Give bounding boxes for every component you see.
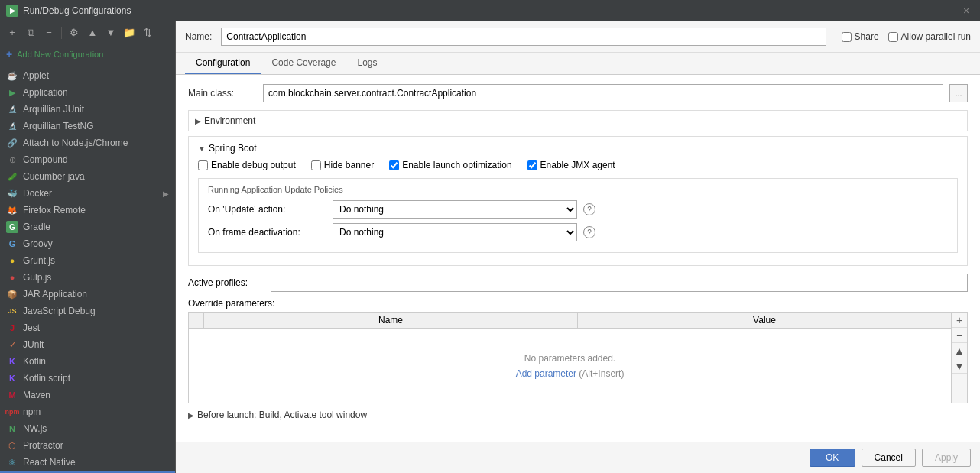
config-item-kotlin-script[interactable]: K Kotlin script (0, 370, 175, 387)
tab-logs[interactable]: Logs (346, 53, 388, 74)
table-side-buttons: + − ▲ ▼ (951, 313, 967, 403)
config-label-attach-nodejs: Attach to Node.js/Chrome (23, 138, 169, 148)
config-item-docker[interactable]: 🐳 Docker ▶ (0, 185, 175, 202)
enable-debug-checkbox[interactable] (198, 160, 208, 170)
footer: OK Cancel Apply (176, 442, 980, 473)
config-item-arquillian-testng[interactable]: 🔬 Arquillian TestNG (0, 118, 175, 134)
hide-banner-label[interactable]: Hide banner (311, 160, 374, 170)
tabs: Configuration Code Coverage Logs (176, 53, 980, 75)
main-class-input[interactable] (263, 84, 943, 102)
environment-section[interactable]: ▶ Environment (188, 110, 968, 131)
config-item-gulp[interactable]: ● Gulp.js (0, 269, 175, 286)
env-toggle-icon: ▶ (195, 117, 201, 125)
table-move-up-button[interactable]: ▲ (952, 343, 967, 358)
enable-debug-label[interactable]: Enable debug output (198, 160, 296, 170)
config-item-nwjs[interactable]: N NW.js (0, 420, 175, 437)
allow-parallel-checkbox-label[interactable]: Allow parallel run (888, 31, 971, 42)
table-add-button[interactable]: + (952, 313, 967, 328)
sort-button[interactable]: ⇅ (140, 25, 155, 40)
right-panel: Name: Share Allow parallel run Configura… (176, 21, 980, 473)
config-item-applet[interactable]: ☕ Applet (0, 67, 175, 84)
enable-launch-opt-checkbox[interactable] (389, 160, 399, 170)
on-frame-select[interactable]: Do nothing Update classes and resources … (333, 223, 577, 241)
main-class-label: Main class: (188, 88, 257, 99)
copy-button[interactable]: ⧉ (23, 25, 38, 40)
config-item-npm[interactable]: npm npm (0, 403, 175, 420)
config-item-groovy[interactable]: G Groovy (0, 235, 175, 252)
apply-button[interactable]: Apply (922, 449, 971, 467)
on-update-select[interactable]: Do nothing Update classes and resources … (333, 200, 577, 219)
config-item-jar[interactable]: 📦 JAR Application (0, 286, 175, 303)
config-item-attach-nodejs[interactable]: 🔗 Attach to Node.js/Chrome (0, 134, 175, 151)
grunt-icon: ● (6, 254, 18, 267)
table-check-col (189, 313, 204, 328)
js-debug-icon: JS (6, 305, 18, 317)
right-header: Name: Share Allow parallel run (176, 21, 980, 53)
attach-nodejs-icon: 🔗 (6, 137, 18, 149)
config-item-firefox[interactable]: 🦊 Firefox Remote (0, 202, 175, 219)
application-icon: ▶ (6, 86, 18, 99)
name-input[interactable] (221, 28, 826, 46)
policies-title: Running Application Update Policies (208, 185, 948, 194)
override-params-label: Override parameters: (188, 298, 968, 309)
config-item-js-debug[interactable]: JS JavaScript Debug (0, 303, 175, 319)
config-label-nwjs: NW.js (23, 423, 169, 434)
config-item-compound[interactable]: ⊕ Compound (0, 151, 175, 168)
window-title: Run/Debug Configurations (23, 5, 131, 16)
compound-icon: ⊕ (6, 154, 18, 166)
tab-configuration[interactable]: Configuration (185, 53, 261, 74)
config-item-grunt[interactable]: ● Grunt.js (0, 252, 175, 269)
add-parameter-link[interactable]: Add parameter (Alt+Insert) (516, 368, 625, 379)
share-checkbox[interactable] (842, 32, 852, 42)
move-up-button[interactable]: ▲ (85, 25, 100, 40)
config-item-protractor[interactable]: ⬡ Protractor (0, 437, 175, 454)
enable-jmx-checkbox[interactable] (527, 160, 537, 170)
gradle-icon: G (6, 221, 18, 233)
config-item-junit[interactable]: ✓ JUnit (0, 336, 175, 353)
active-profiles-row: Active profiles: (188, 274, 968, 292)
nwjs-icon: N (6, 423, 18, 435)
main-class-browse-button[interactable]: ... (949, 84, 968, 102)
settings-button[interactable]: ⚙ (67, 25, 82, 40)
on-frame-label: On frame deactivation: (208, 227, 326, 238)
on-frame-help-icon[interactable]: ? (583, 226, 595, 238)
spring-boot-section-label: Spring Boot (209, 143, 257, 154)
config-item-react-native[interactable]: ⚛ React Native (0, 454, 175, 471)
config-label-arquillian-junit: Arquillian JUnit (23, 104, 169, 115)
cancel-button[interactable]: Cancel (862, 449, 916, 467)
enable-launch-opt-label[interactable]: Enable launch optimization (389, 160, 511, 170)
config-item-cucumber[interactable]: 🥒 Cucumber java (0, 168, 175, 185)
override-table: Name Value No parameters added. Add para… (188, 312, 968, 403)
active-profiles-label: Active profiles: (188, 277, 264, 288)
table-main: Name Value No parameters added. Add para… (189, 313, 951, 403)
hide-banner-checkbox[interactable] (311, 160, 321, 170)
tab-code-coverage[interactable]: Code Coverage (261, 53, 346, 74)
allow-parallel-checkbox[interactable] (888, 32, 898, 42)
before-launch-label: Before launch: Build, Activate tool wind… (197, 410, 367, 420)
config-item-arquillian-junit[interactable]: 🔬 Arquillian JUnit (0, 101, 175, 118)
config-item-application[interactable]: ▶ Application (0, 84, 175, 101)
move-down-button[interactable]: ▼ (103, 25, 118, 40)
share-checkbox-label[interactable]: Share (842, 31, 879, 42)
table-remove-button[interactable]: − (952, 328, 967, 343)
policies-section: Running Application Update Policies On '… (198, 178, 958, 253)
config-item-maven[interactable]: M Maven (0, 387, 175, 403)
close-button[interactable]: × (959, 3, 974, 18)
ok-button[interactable]: OK (810, 449, 855, 467)
add-button[interactable]: + (5, 25, 20, 40)
spring-boot-header[interactable]: ▼ Spring Boot (198, 143, 958, 154)
table-move-down-button[interactable]: ▼ (952, 358, 967, 374)
config-item-kotlin[interactable]: K Kotlin (0, 353, 175, 370)
remove-button[interactable]: − (41, 25, 57, 40)
active-profiles-input[interactable] (271, 274, 968, 292)
config-item-gradle[interactable]: G Gradle (0, 219, 175, 235)
folder-button[interactable]: 📁 (122, 25, 137, 40)
add-new-config-button[interactable]: + Add New Configuration (0, 44, 175, 64)
on-update-help-icon[interactable]: ? (583, 203, 595, 215)
config-item-jest[interactable]: J Jest (0, 319, 175, 336)
applet-icon: ☕ (6, 70, 18, 82)
config-label-gulp: Gulp.js (23, 272, 169, 283)
config-label-jest: Jest (23, 322, 169, 333)
enable-jmx-label[interactable]: Enable JMX agent (527, 160, 615, 170)
before-launch-section[interactable]: ▶ Before launch: Build, Activate tool wi… (188, 410, 968, 420)
